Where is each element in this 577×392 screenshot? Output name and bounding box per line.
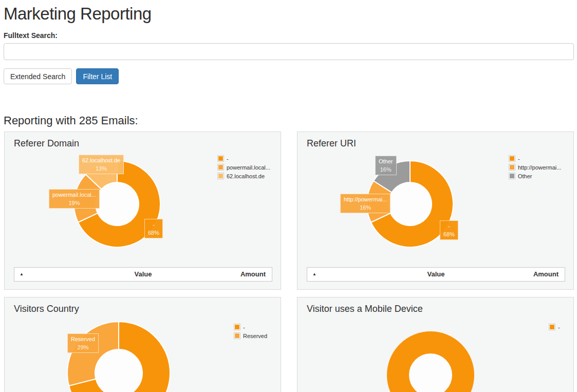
value-column-header[interactable]: Value (14, 268, 272, 281)
panel-referer-uri: Referer URI ▲ Value Amount -68%http://po… (297, 132, 574, 290)
legend-item[interactable]: - (234, 323, 267, 331)
fulltext-search-label: Fulltext Search: (4, 31, 574, 40)
pie-data-label: http://powermai...16% (340, 194, 390, 213)
pie-data-label: 62.localhost.de13% (79, 155, 124, 174)
page-title: Marketing Reporting (4, 4, 574, 24)
amount-column-header[interactable]: Amount (533, 268, 559, 281)
legend-item[interactable]: Reserved (234, 331, 267, 340)
legend-label: - (227, 156, 229, 162)
chart-legend: -http://powermai...Other (509, 154, 561, 180)
panel-visitors-country: Visitors Country Reserved29%-Reserved (4, 297, 281, 392)
legend-swatch-icon (217, 164, 224, 171)
amount-column-header[interactable]: Amount (240, 268, 266, 281)
value-column-header[interactable]: Value (307, 268, 565, 281)
chart-legend: -powermail.local...62.localhost.de (217, 154, 270, 180)
legend-swatch-icon (549, 324, 555, 330)
legend-item[interactable]: - (509, 154, 561, 163)
charts-grid: Referer Domain ▲ Value Amount -68%powerm… (4, 132, 574, 392)
legend-item[interactable]: http://powermai... (509, 163, 561, 172)
legend-item[interactable]: - (217, 154, 270, 163)
pie-data-label: -68% (440, 220, 458, 240)
panel-mobile-device: Visitor uses a Mobile Device - (297, 297, 574, 392)
pie-data-label: powermail.local...19% (49, 189, 100, 209)
fulltext-search-input[interactable] (4, 43, 574, 60)
legend-swatch-icon (509, 155, 515, 162)
legend-item[interactable]: - (549, 323, 560, 331)
legend-swatch-icon (217, 173, 224, 179)
search-actions: Extended Search Filter List (4, 68, 574, 84)
legend-item[interactable]: 62.localhost.de (217, 172, 270, 180)
chart-title: Visitor uses a Mobile Device (307, 304, 423, 314)
legend-label: - (558, 324, 560, 330)
filter-list-button[interactable]: Filter List (76, 68, 119, 84)
chart-legend: -Reserved (234, 323, 267, 340)
legend-label: - (518, 156, 520, 162)
panel-referer-domain: Referer Domain ▲ Value Amount -68%powerm… (4, 132, 281, 290)
legend-label: Reserved (243, 333, 267, 339)
legend-item[interactable]: Other (509, 172, 561, 180)
marketing-reporting-page: Marketing Reporting Fulltext Search: Ext… (0, 4, 577, 392)
legend-item[interactable]: powermail.local... (217, 163, 270, 172)
legend-swatch-icon (234, 332, 240, 339)
legend-label: - (243, 324, 245, 330)
chart-legend: - (549, 323, 560, 331)
pie-data-label: Other16% (375, 156, 397, 175)
extended-search-button[interactable]: Extended Search (4, 68, 72, 84)
chart-title: Visitors Country (14, 304, 79, 314)
legend-label: powermail.local... (227, 164, 270, 171)
legend-label: 62.localhost.de (227, 173, 265, 179)
pie-data-label: -68% (144, 219, 163, 238)
pie-data-label: Reserved29% (67, 333, 99, 353)
legend-label: http://powermai... (518, 164, 561, 171)
chart-table-header: ▲ Value Amount (307, 267, 565, 282)
reporting-heading: Reporting with 285 Emails: (4, 114, 574, 127)
chart-table-header: ▲ Value Amount (14, 267, 272, 282)
legend-swatch-icon (234, 324, 240, 330)
chart-title: Referer URI (307, 138, 356, 149)
legend-swatch-icon (509, 173, 515, 179)
legend-swatch-icon (509, 164, 515, 171)
legend-swatch-icon (217, 155, 224, 162)
legend-label: Other (518, 173, 532, 179)
chart-title: Referer Domain (14, 138, 79, 149)
